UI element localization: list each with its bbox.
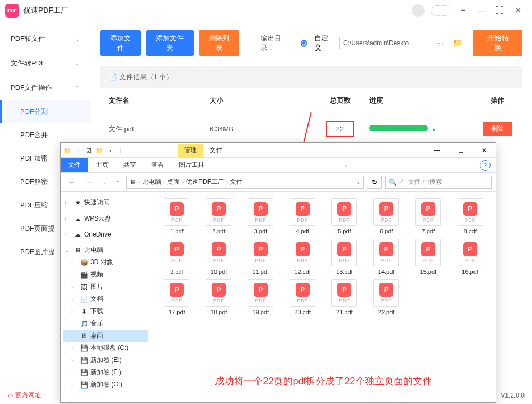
output-label: 输出目录： (261, 33, 293, 53)
pdf-icon: P (296, 202, 310, 216)
file-item[interactable]: PPDF17.pdf (157, 279, 196, 315)
exp-maximize-icon[interactable]: ☐ (449, 143, 472, 158)
tree-item[interactable]: ›💾新加卷 (F:) (63, 366, 148, 378)
file-item[interactable]: PPDF19.pdf (242, 279, 280, 315)
explorer-titlebar: 📁 | ☑ 📁 ▾ | 管理 文件 — ☐ ✕ (61, 143, 496, 158)
app-logo: PDF (5, 4, 19, 18)
avatar[interactable] (412, 4, 425, 17)
qab-dropdown-icon[interactable]: ▾ (105, 146, 115, 155)
file-item[interactable]: PPDF14.pdf (367, 239, 406, 275)
pc-icon: 🖥 (130, 179, 136, 186)
folder-icon[interactable]: 📁 (453, 38, 463, 48)
version-label: V1.2.0.0 (501, 392, 525, 399)
nav-up-icon[interactable]: ↑ (113, 178, 123, 187)
file-item[interactable]: PPDF8.pdf (451, 198, 489, 234)
pdf-icon: P (463, 202, 477, 216)
tree-item-icon: 💾 (80, 344, 88, 352)
pdf-icon: P (337, 202, 351, 216)
tree-item[interactable]: ›🖼图片 (63, 281, 148, 293)
add-folder-button[interactable]: 添加文件夹 (146, 30, 194, 56)
tree-item[interactable]: ›🎵音乐 (63, 317, 148, 330)
ribbon-dropdown-icon[interactable]: ⌄ (336, 160, 355, 170)
tree-item[interactable]: ›⬇下载 (63, 305, 148, 317)
file-item[interactable]: PPDF5.pdf (325, 198, 364, 234)
nav-forward-icon[interactable]: → (82, 178, 96, 187)
pdf-icon: P (379, 242, 393, 256)
file-item[interactable]: PPDF12.pdf (283, 239, 322, 275)
help-icon[interactable]: ? (480, 160, 491, 171)
checkbox-icon[interactable]: ☑ (84, 146, 94, 155)
close-icon[interactable]: ✕ (509, 2, 527, 20)
tree-item[interactable]: ›💾本地磁盘 (C:) (63, 342, 148, 354)
file-item[interactable]: PPDF20.pdf (283, 279, 322, 315)
table-header: 文件名 大小 总页数 进度 操作 (100, 88, 522, 113)
file-item[interactable]: PPDF13.pdf (325, 239, 364, 275)
pdf-icon: P (212, 283, 226, 297)
file-item[interactable]: PPDF18.pdf (200, 279, 238, 315)
ribbon-imgtools[interactable]: 图片工具 (171, 158, 212, 172)
link-icon: ▭ (7, 392, 13, 399)
file-item[interactable]: PPDF7.pdf (409, 198, 448, 234)
tree-onedrive[interactable]: ›☁OneDrive (63, 229, 148, 240)
cell-size: 6.34MB (210, 125, 311, 133)
file-item[interactable]: PPDF1.pdf (157, 198, 196, 234)
progress-bar (369, 125, 428, 131)
file-name: 2.pdf (212, 228, 225, 234)
more-icon[interactable]: ⋯ (433, 38, 447, 48)
pdf-icon: P (337, 283, 351, 297)
chevron-down-icon: ⌄ (75, 36, 79, 42)
file-item[interactable]: PPDF22.pdf (367, 279, 406, 315)
file-item[interactable]: PPDF10.pdf (200, 239, 238, 275)
file-item[interactable]: PPDF3.pdf (242, 198, 280, 234)
file-name: 21.pdf (336, 309, 353, 315)
nav-back-icon[interactable]: ← (65, 178, 79, 187)
tree-quick-access[interactable]: ›★快速访问 (63, 196, 148, 208)
file-item[interactable]: PPDF9.pdf (157, 239, 196, 275)
output-path-input[interactable] (339, 37, 427, 49)
official-link[interactable]: 官方网址 (15, 391, 41, 400)
ribbon-view[interactable]: 查看 (144, 158, 171, 172)
start-button[interactable]: 开始转换 (473, 30, 522, 56)
file-item[interactable]: PPDF4.pdf (283, 198, 322, 234)
footer: ▭ 官方网址 V1.2.0.0 (0, 386, 532, 404)
sidebar-item-split[interactable]: PDF分割 (0, 100, 90, 123)
address-bar[interactable]: 🖥› 此电脑› 桌面› 优速PDF工厂› 文件 ⌄ (126, 176, 364, 189)
vip-pill[interactable] (431, 5, 451, 16)
tree-item[interactable]: ›📄文档 (63, 293, 148, 305)
tree-wps[interactable]: ›☁WPS云盘 (63, 213, 148, 225)
search-input[interactable]: 🔍在 文件 中搜索 (385, 176, 492, 189)
sidebar-group-pdf-ops[interactable]: PDF文件操作⌃ (0, 75, 90, 100)
tree-thispc[interactable]: ⌄🖥此电脑 (63, 244, 148, 256)
refresh-icon[interactable]: ↻ (367, 176, 382, 189)
maximize-icon[interactable]: ⛶ (491, 2, 509, 20)
sidebar-group-file-to-pdf[interactable]: 文件转PDF⌄ (0, 51, 90, 75)
minimize-icon[interactable]: — (472, 2, 491, 20)
tree-item[interactable]: ›💾新加卷 (E:) (63, 354, 148, 366)
radio-custom[interactable] (301, 40, 307, 47)
ribbon-share[interactable]: 共享 (116, 158, 144, 172)
manage-tab[interactable]: 管理 (178, 144, 203, 157)
exp-minimize-icon[interactable]: — (426, 143, 449, 158)
explorer-files: PPDF1.pdfPPDF2.pdfPPDF3.pdfPPDF4.pdfPPDF… (151, 192, 496, 402)
delete-button[interactable]: 删除 (483, 122, 512, 136)
sidebar-group-pdf-to-file[interactable]: PDF转文件⌄ (0, 27, 90, 51)
file-item[interactable]: PPDF21.pdf (325, 279, 364, 315)
path-dropdown-icon[interactable]: ⌄ (356, 179, 360, 185)
menu-icon[interactable]: ≡ (454, 2, 472, 20)
file-item[interactable]: PPDF6.pdf (367, 198, 406, 234)
file-item[interactable]: PPDF16.pdf (451, 239, 489, 275)
clear-button[interactable]: 清除列表 (199, 30, 240, 56)
pc-icon: 🖥 (73, 247, 82, 254)
add-file-button[interactable]: 添加文件 (100, 30, 141, 56)
tree-item[interactable]: ›📦3D 对象 (63, 256, 148, 268)
ribbon-home[interactable]: 主页 (88, 158, 116, 172)
exp-close-icon[interactable]: ✕ (472, 143, 496, 158)
file-item[interactable]: PPDF11.pdf (242, 239, 280, 275)
tree-item[interactable]: ›🖥桌面 (63, 330, 148, 342)
file-item[interactable]: PPDF15.pdf (409, 239, 448, 275)
file-item[interactable]: PPDF2.pdf (200, 198, 238, 234)
nav-recent-icon[interactable]: ⌄ (99, 180, 110, 185)
file-name: 9.pdf (170, 268, 183, 275)
ribbon-file[interactable]: 文件 (61, 158, 88, 172)
tree-item[interactable]: ›🎬视频 (63, 268, 148, 281)
